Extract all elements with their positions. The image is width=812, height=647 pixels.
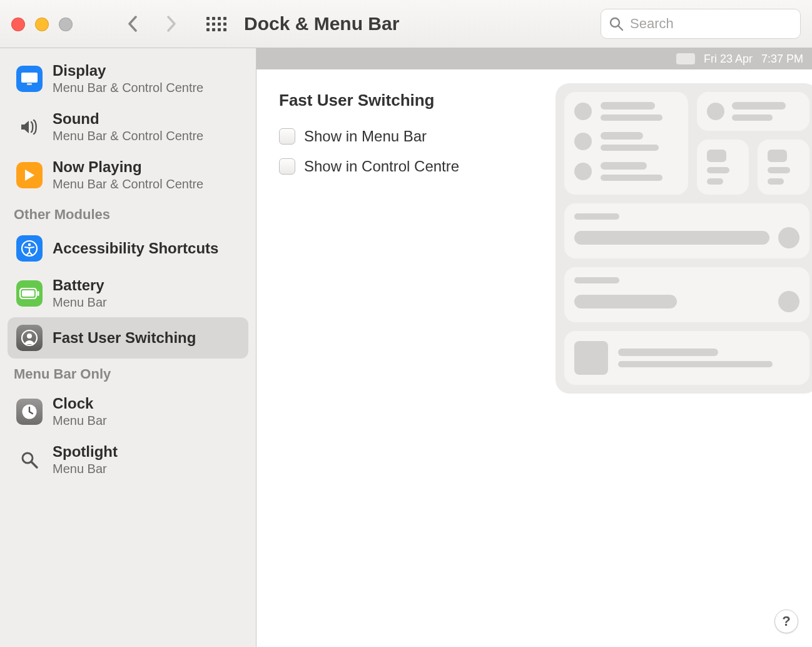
cc-slider-tile <box>564 267 809 322</box>
spotlight-icon <box>16 447 43 473</box>
help-button-label: ? <box>782 613 790 629</box>
sidebar-item-spotlight[interactable]: SpotlightMenu Bar <box>8 436 248 484</box>
user-icon <box>16 325 43 351</box>
sidebar-item-label: Display <box>53 62 203 79</box>
sidebar-item-access[interactable]: Accessibility Shortcuts <box>8 228 248 269</box>
cc-tile <box>564 92 688 195</box>
sidebar-item-label: Clock <box>53 395 107 412</box>
sidebar-item-sublabel: Menu Bar <box>53 414 107 428</box>
sidebar-item-sublabel: Menu Bar <box>53 462 118 476</box>
svg-line-1 <box>619 26 623 31</box>
sidebar-item-nowplay[interactable]: Now PlayingMenu Bar & Control Centre <box>8 151 248 199</box>
window-title: Dock & Menu Bar <box>244 13 399 34</box>
sidebar-item-clock[interactable]: ClockMenu Bar <box>8 387 248 436</box>
svg-rect-3 <box>27 83 32 85</box>
option-label: Show in Menu Bar <box>304 128 427 145</box>
back-button[interactable] <box>123 14 143 34</box>
cc-tile <box>758 140 809 195</box>
checkbox[interactable] <box>279 128 295 145</box>
sidebar-item-sublabel: Menu Bar & Control Centre <box>53 177 203 191</box>
control-centre-preview <box>556 83 812 394</box>
sidebar-item-label: Battery <box>53 277 107 294</box>
content-pane: Fri 23 Apr 7:37 PM Fast User Switching S… <box>256 48 812 647</box>
search-icon <box>609 16 624 31</box>
sidebar-item-sublabel: Menu Bar & Control Centre <box>53 81 203 95</box>
window-controls <box>11 18 73 31</box>
sidebar-section-header: Other Modules <box>8 199 248 228</box>
sidebar-item-label: Fast User Switching <box>53 329 196 347</box>
sidebar-item-label: Now Playing <box>53 158 203 176</box>
close-button[interactable] <box>11 18 25 31</box>
cc-tile <box>697 92 809 131</box>
control-centre-icon <box>676 53 695 64</box>
show-all-prefs-button[interactable] <box>206 14 226 34</box>
sidebar-item-fastuser[interactable]: Fast User Switching <box>8 317 248 359</box>
main-split: DisplayMenu Bar & Control CentreSoundMen… <box>0 48 812 647</box>
cc-slider-tile <box>564 203 809 258</box>
sidebar-item-battery[interactable]: BatteryMenu Bar <box>8 269 248 317</box>
sidebar[interactable]: DisplayMenu Bar & Control CentreSoundMen… <box>0 48 256 647</box>
zoom-button[interactable] <box>59 18 73 31</box>
cc-music-tile <box>564 331 809 385</box>
minimize-button[interactable] <box>35 18 49 31</box>
battery-icon <box>16 280 43 307</box>
help-button[interactable]: ? <box>774 609 798 633</box>
menubar-preview-date: Fri 23 Apr <box>704 53 753 66</box>
cc-tile <box>697 140 749 195</box>
chevron-right-icon <box>166 16 176 32</box>
sidebar-section-header: Menu Bar Only <box>8 359 248 387</box>
svg-rect-7 <box>38 291 39 296</box>
titlebar: Dock & Menu Bar <box>0 0 812 48</box>
accessibility-icon <box>16 235 43 262</box>
menubar-preview: Fri 23 Apr 7:37 PM <box>256 48 812 69</box>
checkbox[interactable] <box>279 158 295 175</box>
apps-grid-dot-icon <box>206 17 210 20</box>
menubar-preview-time: 7:37 PM <box>761 53 803 66</box>
sound-icon <box>16 114 43 140</box>
play-icon <box>16 162 43 188</box>
option-label: Show in Control Centre <box>304 158 459 175</box>
svg-rect-8 <box>22 290 34 297</box>
svg-line-13 <box>31 462 37 467</box>
sidebar-item-label: Sound <box>53 110 203 128</box>
clock-icon <box>16 399 43 425</box>
search-input[interactable] <box>630 16 793 32</box>
svg-point-5 <box>28 243 31 247</box>
sidebar-item-display[interactable]: DisplayMenu Bar & Control Centre <box>8 54 248 103</box>
svg-rect-2 <box>21 73 38 83</box>
display-icon <box>16 66 43 92</box>
sidebar-item-sublabel: Menu Bar <box>53 295 107 310</box>
forward-button[interactable] <box>161 14 181 34</box>
svg-point-10 <box>27 334 32 339</box>
sidebar-item-sound[interactable]: SoundMenu Bar & Control Centre <box>8 103 248 151</box>
sidebar-item-label: Accessibility Shortcuts <box>53 240 218 257</box>
search-field-wrapper[interactable] <box>601 9 801 39</box>
nav-arrows <box>123 14 181 34</box>
sidebar-item-label: Spotlight <box>53 443 118 461</box>
chevron-left-icon <box>128 16 138 32</box>
sidebar-item-sublabel: Menu Bar & Control Centre <box>53 129 203 143</box>
